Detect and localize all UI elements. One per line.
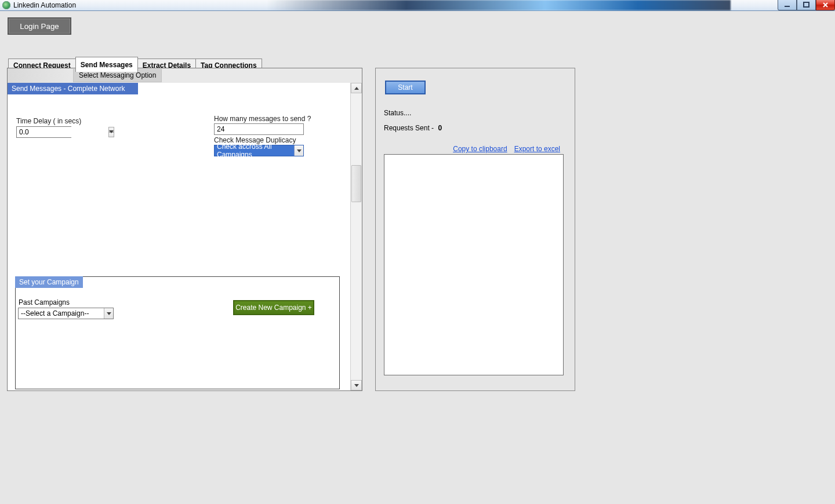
- message-count-input[interactable]: [214, 123, 304, 135]
- past-campaigns-select[interactable]: --Select a Campaign--: [18, 308, 114, 319]
- past-campaigns-label: Past Campaigns: [19, 298, 70, 306]
- requests-sent-label: Requests Sent - 0: [384, 124, 442, 132]
- export-links: Copy to clipboard Export to excel: [453, 145, 560, 153]
- scroll-up-button[interactable]: [351, 83, 362, 93]
- time-delay-field[interactable]: [16, 126, 71, 138]
- window-close-button[interactable]: [816, 0, 835, 10]
- status-panel: Start Status.... Requests Sent - 0 Copy …: [375, 68, 575, 391]
- main-scrollbar[interactable]: [350, 83, 362, 390]
- login-page-button[interactable]: Login Page: [8, 17, 71, 35]
- window-title: Linkedin Automation: [13, 1, 76, 9]
- create-campaign-button[interactable]: Create New Campaign +: [233, 300, 314, 315]
- window-maximize-button[interactable]: [797, 0, 816, 10]
- chevron-down-icon: [104, 308, 113, 319]
- requests-sent-text: Requests Sent -: [384, 124, 434, 132]
- svg-rect-0: [785, 6, 790, 7]
- campaign-section: Set your Campaign Past Campaigns --Selec…: [15, 276, 340, 389]
- scroll-down-button[interactable]: [351, 380, 362, 390]
- log-output[interactable]: [384, 154, 564, 375]
- time-delay-input[interactable]: [17, 127, 108, 137]
- main-panel: Select Messaging Option Send Messages - …: [7, 68, 362, 391]
- scroll-track[interactable]: [351, 93, 362, 380]
- app-icon: [2, 1, 10, 9]
- copy-clipboard-link[interactable]: Copy to clipboard: [453, 145, 507, 153]
- controls-area: Time Delay ( in secs) How many messages …: [8, 83, 350, 390]
- main-panel-topbar: Select Messaging Option: [8, 68, 362, 83]
- tab-send-messages[interactable]: Send Messages: [75, 57, 138, 72]
- time-delay-down-button[interactable]: [108, 132, 114, 137]
- client-area: Login Page Connect Request Send Messages…: [0, 11, 835, 504]
- message-count-label: How many messages to send ?: [214, 115, 311, 123]
- scroll-thumb[interactable]: [351, 165, 361, 202]
- start-button[interactable]: Start: [385, 81, 426, 94]
- export-excel-link[interactable]: Export to excel: [514, 145, 560, 153]
- window-minimize-button[interactable]: [778, 0, 797, 10]
- campaign-header: Set your Campaign: [15, 276, 83, 288]
- duplicacy-selected-value: Check accross All Campaigns: [215, 145, 303, 156]
- status-label: Status....: [384, 109, 411, 117]
- time-delay-spinner: [108, 127, 114, 137]
- chevron-down-icon: [294, 145, 303, 156]
- time-delay-label: Time Delay ( in secs): [16, 117, 81, 125]
- window-titlebar: Linkedin Automation: [0, 0, 835, 11]
- window-controls: [778, 0, 835, 10]
- requests-sent-value: 0: [438, 124, 442, 132]
- duplicacy-select[interactable]: Check accross All Campaigns: [214, 145, 304, 156]
- svg-rect-1: [804, 2, 809, 7]
- past-campaigns-value: --Select a Campaign--: [21, 309, 89, 317]
